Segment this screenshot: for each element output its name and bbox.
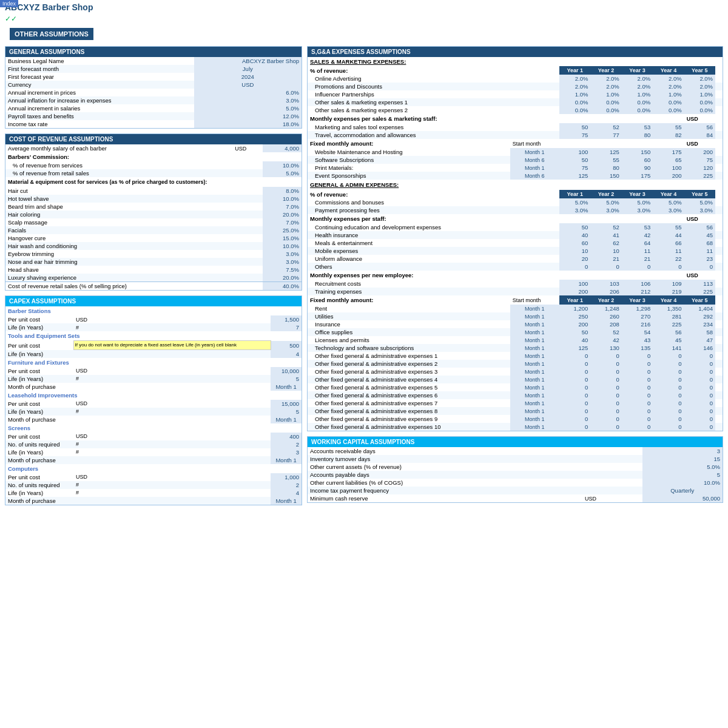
cor-mat-3-value[interactable]: 20.0% [263,211,302,218]
sga-sm-r0-v0[interactable]: 2.0% [559,75,590,83]
ga-row-2-value[interactable]: 2024 [194,73,302,81]
capex-sc-0-label: Per unit cost [5,433,73,440]
cor-comm-1-value[interactable]: 5.0% [263,169,302,177]
sga-sm-pct-label: % of revenue: [308,66,510,75]
capex-barber-stations: Barber Stations [5,306,302,315]
cor-mat-9-value[interactable]: 3.0% [263,258,302,266]
capex-te-1-label: Life (in Years) [5,350,73,358]
capex-te-0-value[interactable]: 500 [271,341,302,350]
ga-row-4-value[interactable]: 6.0% [194,89,302,96]
cor-retail-value[interactable]: 40.0% [263,282,302,291]
capex-bs-0-value[interactable]: 1,500 [271,315,302,323]
cor-mat-10-label: Head shave [5,266,232,274]
general-assumptions-table: GENERAL ASSUMPTIONS Business Legal NameA… [5,46,302,129]
sga-sm-r0-label: Online Advertising [308,75,510,83]
ga-row-0-value[interactable]: ABCXYZ Barber Shop [194,57,302,65]
capex-sc-3-value[interactable]: Month 1 [271,456,302,464]
sga-sm-r1-label: Promotions and Discounts [308,83,510,90]
cor-mat-0-value[interactable]: 8.0% [263,187,302,195]
capex-co-3-value[interactable]: Month 1 [271,497,302,505]
capex-tools: Tools and Equipment Sets [5,331,302,341]
capex-lh-0-label: Per unit cost [5,400,73,408]
capex-ff-1-label: Life (in Years) [5,375,73,383]
cor-mat-5-label: Facials [5,226,232,234]
capex-lh-1-label: Life (in Years) [5,408,73,416]
capex-title: CAPEX ASSUMPTIONS [5,296,302,306]
capex-co-0-unit: USD [73,473,226,481]
capex-co-1-label: No. of units required [5,481,73,489]
capex-co-3-label: Month of purchase [5,497,73,505]
working-capital-table: WORKING CAPITAL ASSUMPTIONS Accounts rec… [307,436,723,503]
capex-te-0-label: Per unit cost [5,341,73,350]
sga-sm-yr2: Year 2 [590,66,621,75]
capex-lh-1-unit: # [73,408,226,416]
cor-mat-6-value[interactable]: 15.0% [263,234,302,242]
cor-commission-header: Barbers' Commission: [5,152,302,161]
cor-mat-1-value[interactable]: 10.0% [263,195,302,203]
ga-row-1-value[interactable]: July [194,65,302,73]
capex-ff-1-unit: # [73,375,226,383]
ga-row-0-label: Business Legal Name [5,57,194,65]
cor-comm-0-value[interactable]: 10.0% [263,161,302,169]
app-header: ABCXYZ Barber Shop [0,0,728,13]
cor-mat-6-label: Hangover cure [5,234,232,242]
capex-lh-2-value[interactable]: Month 1 [271,416,302,423]
wc-title: WORKING CAPITAL ASSUMPTIONS [308,437,723,447]
ga-row-8-label: Income tax rate [5,120,194,128]
ga-row-3-value[interactable]: USD [194,81,302,89]
cor-mat-8-value[interactable]: 3.0% [263,250,302,258]
capex-lh-0-value[interactable]: 15,000 [271,400,302,408]
ga-row-7-value[interactable]: 12.0% [194,112,302,120]
capex-bs-1-unit: # [73,323,226,331]
capex-co-0-value[interactable]: 1,000 [271,473,302,481]
capex-lh-1-value[interactable]: 5 [271,408,302,416]
cor-mat-5-value[interactable]: 25.0% [263,226,302,234]
ga-row-5-value[interactable]: 3.0% [194,96,302,104]
capex-bs-0-label: Per unit cost [5,315,73,323]
cor-mat-2-value[interactable]: 7.0% [263,203,302,211]
ga-row-8-value[interactable]: 18.0% [194,120,302,128]
cor-mat-7-value[interactable]: 10.0% [263,242,302,250]
cor-mat-10-value[interactable]: 7.5% [263,266,302,274]
capex-co-1-value[interactable]: 2 [271,481,302,489]
capex-ff-1-value[interactable]: 5 [271,375,302,383]
ga-row-7-label: Payroll taxes and benefits [5,112,194,120]
sga-sm-r0-v2[interactable]: 2.0% [622,75,653,83]
cor-avg-salary-value[interactable]: 4,000 [263,144,302,152]
ga-row-6-value[interactable]: 5.0% [194,104,302,112]
cor-mat-7-label: Hair wash and conditioning [5,242,232,250]
cor-mat-11-value[interactable]: 20.0% [263,274,302,282]
capex-tooltip: If you do not want to depreciate a fixed… [73,341,271,350]
sga-table: S,G&A EXPENSES ASSUMPTIONS SALES & MARKE… [307,46,723,431]
capex-sc-2-value[interactable]: 3 [271,448,302,456]
ga-row-3-label: Currency [5,81,194,89]
capex-bs-1-value[interactable]: 7 [271,323,302,331]
index-tab[interactable]: Index [0,0,18,7]
general-assumptions-title: GENERAL ASSUMPTIONS [5,47,302,57]
sga-sm-r0-v1[interactable]: 2.0% [590,75,621,83]
capex-furniture: Furniture and Fixtures [5,358,302,367]
capex-sc-1-value[interactable]: 2 [271,440,302,448]
capex-sc-2-unit: # [73,448,226,456]
capex-bs-0-unit: USD [73,315,226,323]
sga-sm-yr3: Year 3 [622,66,653,75]
sga-sm-r0-v3[interactable]: 2.0% [653,75,684,83]
ga-row-5-label: Annual inflation for increase in expense… [5,96,194,104]
capex-co-2-value[interactable]: 4 [271,489,302,497]
capex-ff-0-unit: USD [73,367,226,375]
capex-ff-0-value[interactable]: 10,000 [271,367,302,375]
capex-sc-0-value[interactable]: 400 [271,433,302,440]
cor-comm-1-label: % of revenue from retail sales [5,169,232,177]
left-column: GENERAL ASSUMPTIONS Business Legal NameA… [5,46,302,510]
cor-mat-1-label: Hot towel shave [5,195,232,203]
sga-sm-r0-v4[interactable]: 2.0% [684,75,715,83]
cor-mat-4-label: Scalp massage [5,218,232,226]
capex-ff-2-value[interactable]: Month 1 [271,383,302,391]
capex-te-1-value[interactable]: 4 [271,350,302,358]
checkmarks: ✓✓ [0,13,728,24]
cor-mat-3-label: Hair coloring [5,211,232,218]
cor-mat-9-label: Nose and ear hair trimming [5,258,232,266]
cor-mat-4-value[interactable]: 7.0% [263,218,302,226]
section-header: OTHER ASSUMPTIONS [10,28,93,40]
capex-table: CAPEX ASSUMPTIONS Barber Stations Per un… [5,295,302,505]
